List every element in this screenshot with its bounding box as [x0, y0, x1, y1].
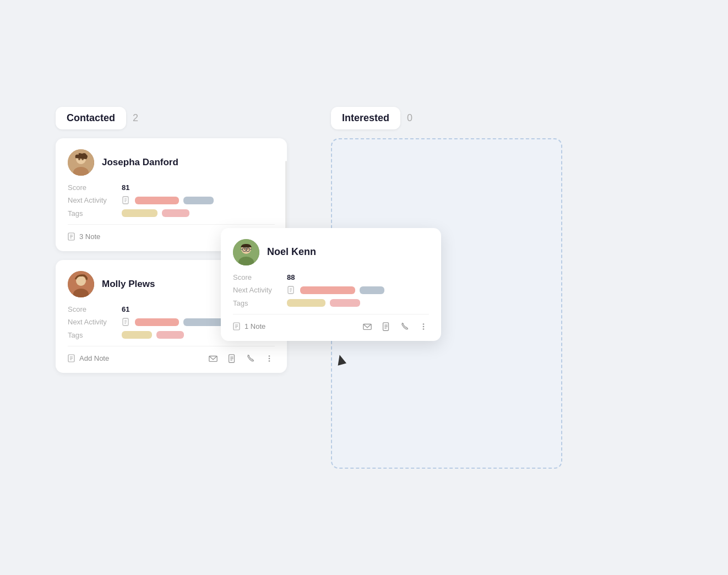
note-text-noel: 1 Note: [245, 322, 265, 330]
avatar-noel: [233, 239, 259, 265]
mail-button-noel[interactable]: [362, 321, 373, 332]
svg-point-61: [423, 326, 425, 327]
tag-pill-2-molly: [156, 331, 184, 339]
score-value-josepha: 81: [122, 183, 129, 192]
card-name-josepha: Josepha Danford: [102, 157, 178, 168]
note-label-noel[interactable]: 1 Note: [233, 322, 265, 330]
tag-pill-1-molly: [122, 331, 152, 339]
tags-label-noel: Tags: [233, 299, 282, 307]
note-text-molly: Add Note: [79, 354, 109, 362]
score-label-josepha: Score: [68, 183, 117, 192]
card-noel: Noel Kenn Score 88 Next Activity Tags: [221, 228, 441, 341]
action-icons-molly: [208, 353, 275, 364]
activity-row-josepha: Next Activity: [68, 196, 275, 205]
note-icon-noel: [233, 322, 241, 330]
svg-point-62: [423, 328, 425, 330]
card-footer-molly: Add Note: [68, 353, 275, 364]
activity-pill-1-noel: [300, 286, 355, 294]
activity-pill-2-noel: [360, 286, 384, 294]
svg-point-35: [269, 357, 270, 359]
tag-pill-1-josepha: [122, 209, 157, 217]
score-value-molly: 61: [122, 305, 129, 313]
column-header-interested: Interested 0: [331, 107, 562, 129]
score-row-josepha: Score 81: [68, 183, 275, 192]
tags-label-molly: Tags: [68, 331, 117, 339]
more-button-noel[interactable]: [418, 321, 429, 332]
activity-doc-icon-noel: [287, 286, 296, 295]
tag-pill-2-josepha: [162, 209, 189, 217]
card-header-josepha: Josepha Danford: [68, 149, 275, 176]
activity-pill-1-josepha: [135, 197, 179, 204]
activity-pill-1-molly: [135, 318, 179, 326]
note-icon-molly: [68, 354, 76, 362]
score-label-noel: Score: [233, 273, 282, 281]
svg-point-34: [269, 355, 270, 357]
column-count-interested: 0: [407, 112, 412, 124]
card-header-noel: Noel Kenn: [233, 239, 429, 265]
phone-button-molly[interactable]: [245, 353, 256, 364]
avatar-josepha: [68, 149, 94, 176]
document-button-molly[interactable]: [226, 353, 237, 364]
action-icons-noel: [362, 321, 429, 332]
score-label-molly: Score: [68, 305, 117, 313]
column-title-interested: Interested: [331, 107, 400, 129]
activity-pill-2-josepha: [183, 197, 214, 204]
tag-pill-1-noel: [287, 299, 325, 307]
avatar-molly: [68, 271, 94, 297]
next-activity-label-molly: Next Activity: [68, 318, 117, 326]
tag-pill-2-noel: [330, 299, 360, 307]
column-title-contacted: Contacted: [56, 107, 126, 129]
mail-button-molly[interactable]: [208, 353, 219, 364]
column-count-contacted: 2: [133, 112, 138, 124]
tags-row-noel: Tags: [233, 299, 429, 307]
card-name-molly: Molly Plews: [102, 279, 155, 290]
document-button-noel[interactable]: [381, 321, 392, 332]
next-activity-label-josepha: Next Activity: [68, 196, 117, 204]
note-text-josepha: 3 Note: [79, 232, 100, 241]
score-value-noel: 88: [287, 273, 295, 281]
svg-point-45: [244, 248, 245, 249]
activity-doc-icon: [122, 196, 131, 205]
card-name-noel: Noel Kenn: [267, 246, 316, 258]
svg-point-46: [247, 248, 248, 249]
tags-row-josepha: Tags: [68, 209, 275, 218]
card-footer-noel: 1 Note: [233, 321, 429, 332]
score-row-noel: Score 88: [233, 273, 429, 281]
svg-point-60: [423, 323, 425, 325]
activity-doc-icon-molly: [122, 318, 131, 327]
note-label-josepha[interactable]: 3 Note: [68, 232, 100, 241]
next-activity-label-noel: Next Activity: [233, 286, 282, 294]
tags-label-josepha: Tags: [68, 209, 117, 218]
svg-point-36: [269, 360, 270, 362]
note-icon-josepha: [68, 232, 76, 241]
column-header-contacted: Contacted 2: [56, 107, 287, 129]
phone-button-noel[interactable]: [399, 321, 410, 332]
activity-row-noel: Next Activity: [233, 286, 429, 295]
kanban-board: Contacted 2 Josepha Danfo: [34, 85, 694, 491]
note-label-molly[interactable]: Add Note: [68, 354, 109, 362]
more-button-molly[interactable]: [264, 353, 275, 364]
